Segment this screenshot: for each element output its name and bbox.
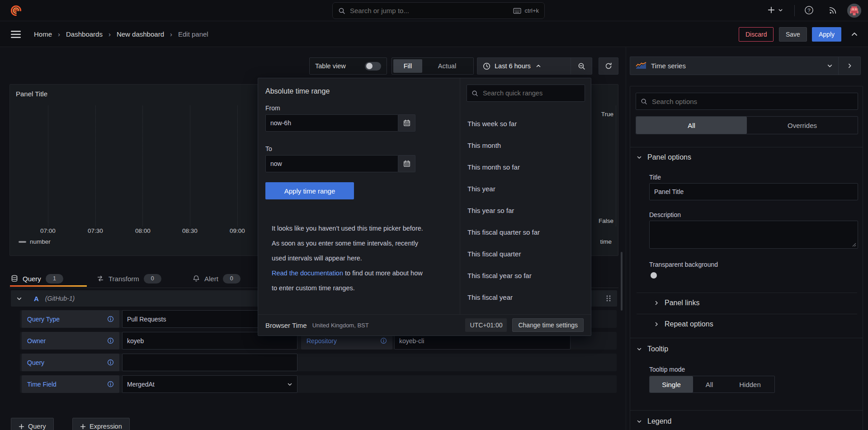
quick-range-search[interactable] <box>467 85 585 102</box>
tooltip-mode-all[interactable]: All <box>693 376 726 392</box>
from-input[interactable] <box>265 114 398 132</box>
transparent-background-label: Transparent background <box>649 261 718 268</box>
tooltip-mode-hidden[interactable]: Hidden <box>726 376 774 392</box>
info-icon[interactable] <box>107 337 114 344</box>
legend-series-label: number <box>30 238 51 245</box>
add-query-button[interactable]: Query <box>11 418 54 430</box>
time-field-value: MergedAt <box>127 381 155 388</box>
database-icon <box>11 275 18 282</box>
collapse-header-icon[interactable] <box>851 31 858 38</box>
transform-tab-label: Transform <box>108 275 139 283</box>
legend-section-header[interactable]: Legend <box>637 417 671 425</box>
drag-handle-icon[interactable] <box>605 295 612 302</box>
tab-overrides[interactable]: Overrides <box>747 117 858 134</box>
to-input[interactable] <box>265 155 398 172</box>
news-rss-icon[interactable] <box>828 5 838 15</box>
absolute-range-pane: Absolute time range From To Apply time r… <box>258 78 460 314</box>
quick-range-option[interactable]: This fiscal quarter so far <box>460 221 591 243</box>
quick-range-option[interactable]: This month so far <box>460 156 591 178</box>
table-view-control: Table view <box>309 57 387 75</box>
clock-icon <box>483 62 491 70</box>
options-search-input[interactable] <box>651 97 853 106</box>
quick-range-option[interactable]: This week so far <box>460 113 591 134</box>
help-icon[interactable]: ? <box>804 5 814 15</box>
tooltip-header[interactable]: Tooltip <box>637 345 668 353</box>
section-divider <box>637 293 857 293</box>
query-count-badge: 1 <box>46 274 63 284</box>
breadcrumb-dashboards[interactable]: Dashboards <box>66 30 103 38</box>
from-calendar-button[interactable] <box>398 114 415 132</box>
time-range-picker-button[interactable]: Last 6 hours <box>477 58 571 74</box>
discard-button[interactable]: Discard <box>739 27 774 42</box>
chevron-down-icon <box>637 419 642 424</box>
panel-links-header[interactable]: Panel links <box>654 299 699 307</box>
query-input[interactable] <box>122 354 297 371</box>
new-menu-button[interactable] <box>767 6 783 14</box>
breadcrumb-home[interactable]: Home <box>34 30 52 38</box>
chevron-down-icon[interactable] <box>16 296 22 302</box>
viz-picker: Time series <box>630 57 861 75</box>
description-textarea[interactable] <box>649 221 858 249</box>
mega-menu-icon[interactable] <box>11 31 21 38</box>
viz-type-label: Time series <box>651 62 686 70</box>
panel-options-header[interactable]: Panel options <box>637 153 691 161</box>
quick-range-option[interactable]: This year <box>460 178 591 199</box>
x-axis-name: time <box>600 238 612 245</box>
info-icon[interactable] <box>107 359 114 366</box>
refresh-button[interactable] <box>599 57 618 75</box>
transform-tab[interactable]: Transform 0 <box>97 271 161 286</box>
legend-series-swatch <box>19 241 26 243</box>
fill-option[interactable]: Fill <box>393 59 422 73</box>
quick-range-option[interactable]: This year so far <box>460 199 591 221</box>
legend-section-title: Legend <box>647 417 671 425</box>
alert-tab[interactable]: Alert 0 <box>193 271 241 286</box>
time-settings-bar: Browser Time United Kingdom, BST UTC+01:… <box>258 314 591 335</box>
search-input[interactable] <box>349 6 509 15</box>
tooltip-mode-single[interactable]: Single <box>650 376 693 392</box>
viz-picker-button[interactable]: Time series <box>630 57 838 75</box>
actual-option[interactable]: Actual <box>422 59 472 73</box>
to-field <box>265 155 415 172</box>
tab-all[interactable]: All <box>636 117 747 134</box>
breadcrumb-new-dashboard[interactable]: New dashboard <box>117 30 164 38</box>
zoom-out-time-button[interactable] <box>571 58 592 74</box>
info-icon[interactable] <box>107 316 114 322</box>
global-search[interactable]: ctrl+k <box>332 2 545 19</box>
legend-item[interactable]: number <box>19 238 51 245</box>
quick-range-option[interactable]: This fiscal quarter <box>460 243 591 265</box>
quick-range-option[interactable]: This month <box>460 134 591 156</box>
add-expression-button[interactable]: Expression <box>72 418 130 430</box>
quick-range-option[interactable]: This fiscal year so far <box>460 265 591 286</box>
change-time-settings-button[interactable]: Change time settings <box>512 318 584 332</box>
grafana-logo[interactable] <box>10 5 22 17</box>
quick-range-option[interactable]: This fiscal year <box>460 286 591 308</box>
tooltip-mode-switch: Single All Hidden <box>649 376 775 393</box>
options-search[interactable] <box>636 93 858 110</box>
repeat-options-header[interactable]: Repeat options <box>654 320 713 328</box>
options-pane: All Overrides Panel options Title Descri… <box>630 86 863 430</box>
repeat-options-title: Repeat options <box>665 320 713 328</box>
breadcrumb-separator: › <box>108 30 111 38</box>
calendar-icon <box>403 119 410 127</box>
apply-time-range-button[interactable]: Apply time range <box>265 182 354 199</box>
query-ref-id[interactable]: A <box>34 295 39 302</box>
table-view-toggle[interactable] <box>365 62 381 71</box>
apply-button[interactable]: Apply <box>812 27 841 42</box>
save-button[interactable]: Save <box>779 27 807 42</box>
time-field-select[interactable]: MergedAt <box>122 375 297 393</box>
to-calendar-button[interactable] <box>398 155 415 172</box>
user-avatar[interactable] <box>847 4 861 19</box>
from-field <box>265 114 415 132</box>
time-range-controls: Last 6 hours <box>477 57 592 75</box>
panel-title-input[interactable] <box>649 183 858 200</box>
time-picker-popup: Absolute time range From To Apply time r… <box>258 78 591 336</box>
quick-range-search-input[interactable] <box>482 89 580 97</box>
info-icon[interactable] <box>107 381 114 387</box>
scrollbar-thumb[interactable] <box>621 252 623 311</box>
info-icon[interactable] <box>380 337 387 344</box>
collapse-options-button[interactable] <box>838 57 860 75</box>
breadcrumb: Home › Dashboards › New dashboard › Edit… <box>34 21 208 47</box>
svg-text:?: ? <box>807 8 810 13</box>
query-tab[interactable]: Query 1 <box>11 271 63 286</box>
read-documentation-link[interactable]: Read the documentation <box>272 269 343 277</box>
